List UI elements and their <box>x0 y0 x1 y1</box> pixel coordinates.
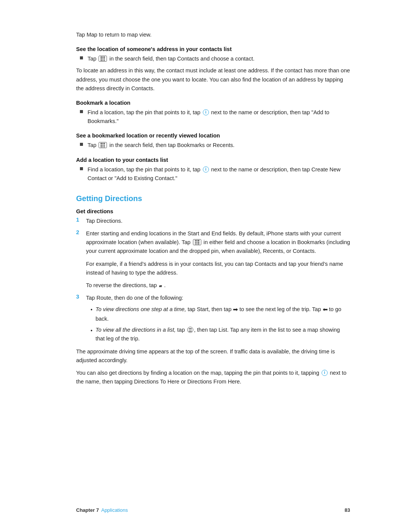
reverse-icon: 𝓊 <box>159 282 162 290</box>
section1-heading: See the location of someone's address in… <box>76 46 350 52</box>
section2-bullet-text: Find a location, tap the pin that points… <box>88 108 350 126</box>
bullet-dot-icon2: • <box>91 326 92 335</box>
section2-heading: Bookmark a location <box>76 100 350 106</box>
info-icon: i <box>203 109 209 115</box>
step3-sub1-text: To view directions one step at a time, t… <box>96 305 350 323</box>
section4-bullet-text: Find a location, tap the pin that points… <box>88 165 350 183</box>
step2: 2 Enter starting and ending locations in… <box>76 229 350 256</box>
section3-bullet-text: Tap in the search field, then tap Bookma… <box>88 141 350 150</box>
footer: Chapter 7 Applications 83 <box>0 507 411 513</box>
section4-heading: Add a location to your contacts list <box>76 157 350 163</box>
footer-page-number: 83 <box>345 507 350 513</box>
step2-extra: For example, if a friend’s address is in… <box>86 260 350 290</box>
also-directions-para: You can also get directions by finding a… <box>76 369 350 386</box>
chapter-heading: Getting Directions <box>76 194 350 203</box>
arrow-left-icon: ⬅ <box>323 306 328 313</box>
directions-steps: 1 Tap Directions. 2 Enter starting and e… <box>76 217 350 343</box>
step1: 1 Tap Directions. <box>76 217 350 225</box>
bullet-icon <box>80 110 83 113</box>
driving-time-para: The approximate driving time appears at … <box>76 347 350 365</box>
intro-paragraph: Tap Map to return to map view. <box>76 30 350 39</box>
step2-reverse: To reverse the directions, tap 𝓊 . <box>86 281 350 290</box>
step1-text: Tap Directions. <box>86 217 350 225</box>
arrow-right-icon: ➡ <box>233 306 238 313</box>
section1-bullet-text: Tap in the search field, then tap Contac… <box>88 54 350 63</box>
page: Tap Map to return to map view. See the l… <box>0 0 411 532</box>
section2-bullet: Find a location, tap the pin that points… <box>80 108 350 126</box>
info-icon-3: i <box>322 370 328 376</box>
get-directions-subheading: Get directions <box>76 208 350 214</box>
step3: 3 Tap Route, then do one of the followin… <box>76 294 350 343</box>
bullet-icon <box>80 167 83 170</box>
bullet-dot-icon: • <box>91 305 92 314</box>
step1-number: 1 <box>76 217 82 223</box>
footer-chapter-label: Chapter 7 <box>76 507 99 513</box>
step2-number: 2 <box>76 229 82 235</box>
section3-bullet: Tap in the search field, then tap Bookma… <box>80 141 350 150</box>
info-icon-2: i <box>203 166 209 173</box>
step3-subbullet1: • To view directions one step at a time,… <box>91 305 350 323</box>
footer-section-label: Applications <box>101 507 128 513</box>
list-view-icon <box>187 327 193 333</box>
grid-icon-step2 <box>193 239 201 245</box>
grid-icon <box>99 142 107 148</box>
section4-bullet: Find a location, tap the pin that points… <box>80 165 350 183</box>
step3-subbullet2: • To view all the directions in a list, … <box>91 326 350 343</box>
step2-text: Enter starting and ending locations in t… <box>86 229 350 256</box>
step3-text: Tap Route, then do one of the following:… <box>86 294 350 343</box>
section3-heading: See a bookmarked location or recently vi… <box>76 133 350 139</box>
contacts-grid-icon <box>99 56 107 62</box>
section1-body: To locate an address in this way, the co… <box>76 66 350 93</box>
step2-para: For example, if a friend’s address is in… <box>86 260 350 277</box>
step3-sub2-text: To view all the directions in a list, ta… <box>96 326 350 343</box>
bullet-icon <box>80 56 83 59</box>
section1-bullet: Tap in the search field, then tap Contac… <box>80 54 350 63</box>
step3-number: 3 <box>76 294 82 300</box>
bullet-icon <box>80 143 83 146</box>
content-area: Tap Map to return to map view. See the l… <box>76 30 350 386</box>
